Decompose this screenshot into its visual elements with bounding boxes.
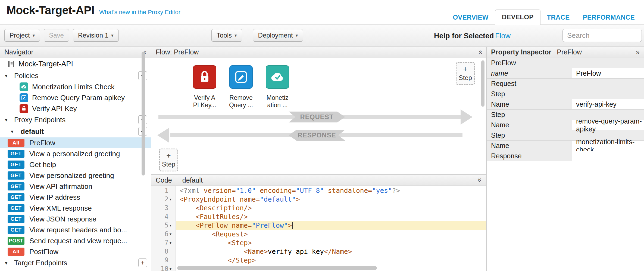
code-text[interactable]: <Step>	[176, 238, 486, 247]
fold-caret-icon[interactable]: ▾	[170, 232, 174, 236]
line-number: 7	[165, 239, 168, 247]
flow-step-monetiz-ation[interactable]: Monetization ...	[262, 65, 292, 109]
field-value[interactable]: monetization-limits-check	[572, 141, 644, 151]
code-line-1[interactable]: 1<?xml version="1.0" encoding="UTF-8" st…	[151, 186, 486, 195]
tab-overview[interactable]: OVERVIEW	[446, 10, 495, 25]
flow-name: Get help	[29, 161, 56, 169]
fold-caret-icon[interactable]: ▾	[170, 197, 174, 201]
inspector-section-preflow: PreFlow	[487, 58, 644, 68]
field-value[interactable]: PreFlow	[572, 68, 644, 78]
field-value[interactable]	[572, 151, 644, 161]
flow-item-postflow[interactable]: AllPostFlow	[0, 246, 151, 257]
tree-expand-icon[interactable]: ▾	[11, 128, 18, 135]
whats-new-link[interactable]: What's new in the Proxy Editor	[99, 9, 180, 16]
lock-icon	[193, 65, 216, 89]
plus-icon: +	[166, 152, 171, 159]
inspector-section-step: Step	[487, 89, 644, 99]
code-text[interactable]: <?xml version="1.0" encoding="UTF-8" sta…	[176, 186, 486, 195]
collapse-flow-panel-icon[interactable]: »	[476, 50, 483, 54]
method-badge: GET	[8, 161, 24, 169]
tree-expand-icon[interactable]: ▾	[5, 117, 12, 123]
code-line-4[interactable]: 4 <FaultRules/>	[151, 212, 486, 221]
inspector-subtitle: PreFlow	[557, 48, 582, 56]
flow-item-view-xml-response[interactable]: GETView XML response	[0, 203, 151, 214]
code-line-6[interactable]: 6▾ <Request>	[151, 230, 486, 238]
project-menu-button[interactable]: Project ▾	[4, 29, 40, 42]
code-panel-title: Code	[156, 176, 172, 184]
line-gutter: 5▾	[151, 221, 176, 230]
tree-expand-icon[interactable]: ▾	[5, 260, 12, 266]
section-label: Step	[491, 131, 505, 139]
tree-expand-icon[interactable]: ▾	[5, 73, 12, 79]
section-proxy-endpoints[interactable]: ▾ Proxy Endpoints +	[0, 114, 151, 125]
flow-steps: Verify API Key...RemoveQuery ...Monetiza…	[190, 65, 292, 109]
field-value[interactable]: verify-api-key	[572, 99, 644, 109]
policy-item-remove-query-param-apikey[interactable]: Remove Query Param apikey	[0, 92, 151, 103]
code-text[interactable]: </Step>	[176, 256, 486, 264]
tab-performance[interactable]: PERFORMANCE	[576, 10, 641, 25]
flow-scrollbar[interactable]	[481, 60, 484, 107]
collapse-code-panel-icon[interactable]: »	[476, 178, 483, 182]
line-number: 5	[165, 221, 168, 229]
search-input[interactable]	[562, 29, 642, 42]
flow-item-preflow[interactable]: AllPreFlow	[0, 137, 151, 148]
fold-caret-icon[interactable]: ▾	[170, 223, 174, 227]
code-line-8[interactable]: 8 <Name>verify-api-key</Name>	[151, 247, 486, 256]
code-text[interactable]: <Name>verify-api-key</Name>	[176, 247, 486, 256]
flow-step-verify-a-pi-key[interactable]: Verify API Key...	[190, 65, 220, 109]
code-horizontal-scrollbar[interactable]	[177, 266, 377, 270]
deployment-menu-button[interactable]: Deployment ▾	[253, 29, 303, 42]
flow-item-view-ip-address[interactable]: GETView IP address	[0, 192, 151, 203]
code-text[interactable]: <Request>	[176, 230, 486, 238]
tools-menu-button[interactable]: Tools ▾	[211, 29, 242, 42]
expand-panel-icon[interactable]: »	[636, 49, 640, 56]
revision-menu-button[interactable]: Revision 1 ▾	[73, 29, 119, 42]
line-number: 4	[165, 213, 168, 220]
help-flow-link[interactable]: Flow	[495, 32, 511, 40]
code-text[interactable]: <Description/>	[176, 204, 486, 212]
code-text[interactable]: <PreFlow name="PreFlow">	[176, 221, 486, 230]
cloud-check-icon	[266, 65, 289, 89]
method-badge: GET	[8, 215, 24, 223]
endpoint-group-label: default	[21, 127, 44, 136]
flow-name: View IP address	[29, 193, 80, 202]
section-target-endpoints[interactable]: ▾ Target Endpoints +	[0, 257, 151, 269]
flow-item-send-request-and-view-reque[interactable]: POSTSend request and view reque...	[0, 235, 151, 246]
policy-name: Monetization Limits Check	[32, 83, 114, 91]
flow-item-view-personalized-greeting[interactable]: GETView personalized greeting	[0, 170, 151, 181]
add-step-response-button[interactable]: + Step	[159, 149, 178, 171]
fold-caret-icon[interactable]: ▾	[170, 241, 174, 245]
endpoint-group-default[interactable]: ▾ default +	[0, 125, 151, 137]
nav-root-item[interactable]: Mock-Target-API	[0, 58, 151, 70]
flow-item-get-help[interactable]: GETGet help	[0, 159, 151, 170]
add-target-endpoint-button[interactable]: +	[138, 258, 147, 267]
code-line-9[interactable]: 9 </Step>	[151, 256, 486, 264]
flow-item-view-api-affirmation[interactable]: GETView API affirmation	[0, 181, 151, 192]
code-line-2[interactable]: 2▾<ProxyEndpoint name="default">	[151, 195, 486, 204]
line-number: 10	[161, 265, 168, 271]
code-line-3[interactable]: 3 <Description/>	[151, 204, 486, 212]
code-line-5[interactable]: 5▾ <PreFlow name="PreFlow">	[151, 221, 486, 230]
flow-name: View a personalized greeting	[29, 150, 120, 158]
line-gutter: 6▾	[151, 230, 176, 238]
lock-icon	[20, 104, 28, 113]
flow-item-view-json-response[interactable]: GETView JSON response	[0, 214, 151, 224]
policy-item-monetization-limits-check[interactable]: Monetization Limits Check	[0, 81, 151, 92]
flow-step-remove-query[interactable]: RemoveQuery ...	[226, 65, 256, 109]
field-value[interactable]: remove-query-param-apikey	[572, 120, 644, 130]
add-step-request-button[interactable]: + Step	[456, 62, 475, 85]
tab-trace[interactable]: TRACE	[540, 10, 576, 25]
code-text[interactable]: <ProxyEndpoint name="default">	[176, 195, 486, 204]
flow-item-view-a-personalized-greeting[interactable]: GETView a personalized greeting	[0, 148, 151, 159]
code-editor[interactable]: 1<?xml version="1.0" encoding="UTF-8" st…	[151, 186, 486, 271]
flow-item-view-request-headers-and-bo[interactable]: GETView request headers and bo...	[0, 224, 151, 235]
code-line-7[interactable]: 7▾ <Step>	[151, 238, 486, 247]
project-menu-label: Project	[10, 32, 30, 39]
save-button[interactable]: Save	[44, 29, 69, 42]
code-text[interactable]: <FaultRules/>	[176, 212, 486, 221]
section-policies[interactable]: ▾ Policies +	[0, 70, 151, 81]
tab-develop[interactable]: DEVELOP	[495, 10, 540, 25]
policy-item-verify-api-key[interactable]: Verify API Key	[0, 103, 151, 114]
navigator-scrollbar[interactable]	[142, 52, 145, 175]
fold-caret-icon[interactable]: ▾	[170, 267, 174, 271]
